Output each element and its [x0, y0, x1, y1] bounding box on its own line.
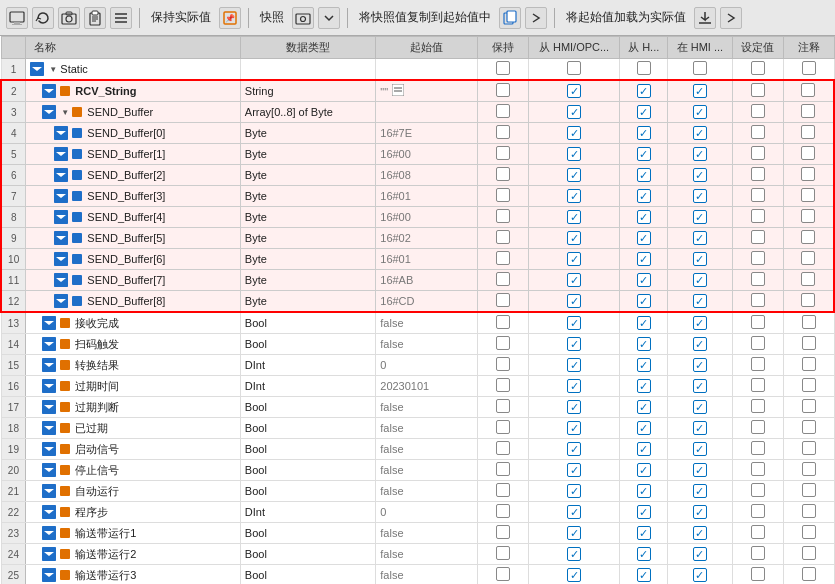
row-hold-checkbox[interactable]: [496, 188, 510, 202]
row-hmi2-cell[interactable]: [620, 59, 668, 81]
row-hmi1-cell[interactable]: [528, 418, 620, 439]
row-hmi1-checkbox[interactable]: [567, 231, 581, 245]
row-hmi2-checkbox[interactable]: [637, 61, 651, 75]
row-note-checkbox[interactable]: [802, 357, 816, 371]
row-hmi3-cell[interactable]: [668, 123, 733, 144]
row-set-cell[interactable]: [732, 165, 783, 186]
row-note-checkbox[interactable]: [801, 293, 815, 307]
row-note-checkbox[interactable]: [802, 378, 816, 392]
row-set-cell[interactable]: [732, 270, 783, 291]
row-hmi2-checkbox[interactable]: [637, 484, 651, 498]
row-hmi2-cell[interactable]: [620, 102, 668, 123]
load-btn2[interactable]: [720, 7, 742, 29]
row-hold-checkbox[interactable]: [496, 504, 510, 518]
copy-to-start-btn2[interactable]: [525, 7, 547, 29]
load-btn1[interactable]: [694, 7, 716, 29]
row-hold-checkbox[interactable]: [496, 420, 510, 434]
row-note-checkbox[interactable]: [802, 525, 816, 539]
row-hmi1-checkbox[interactable]: [567, 126, 581, 140]
row-hold-checkbox[interactable]: [496, 546, 510, 560]
row-hmi3-checkbox[interactable]: [693, 168, 707, 182]
row-hold-cell[interactable]: [477, 397, 528, 418]
row-hold-cell[interactable]: [477, 59, 528, 81]
row-hmi1-cell[interactable]: [528, 228, 620, 249]
row-hmi2-cell[interactable]: [620, 565, 668, 585]
expand-arrow-icon[interactable]: ▼: [60, 108, 70, 117]
row-hold-checkbox[interactable]: [496, 567, 510, 581]
row-hmi2-checkbox[interactable]: [637, 84, 651, 98]
row-set-checkbox[interactable]: [751, 420, 765, 434]
row-set-checkbox[interactable]: [751, 146, 765, 160]
row-set-cell[interactable]: [732, 565, 783, 585]
row-note-checkbox[interactable]: [802, 483, 816, 497]
row-hmi1-checkbox[interactable]: [567, 252, 581, 266]
row-hmi1-checkbox[interactable]: [567, 358, 581, 372]
row-hmi1-checkbox[interactable]: [567, 168, 581, 182]
row-note-checkbox[interactable]: [801, 104, 815, 118]
row-hold-checkbox[interactable]: [496, 483, 510, 497]
row-hmi3-checkbox[interactable]: [693, 547, 707, 561]
row-hmi2-cell[interactable]: [620, 502, 668, 523]
row-hmi1-cell[interactable]: [528, 460, 620, 481]
row-hmi2-checkbox[interactable]: [637, 316, 651, 330]
row-hmi1-checkbox[interactable]: [567, 316, 581, 330]
row-set-cell[interactable]: [732, 418, 783, 439]
row-set-checkbox[interactable]: [751, 441, 765, 455]
row-hmi1-checkbox[interactable]: [567, 337, 581, 351]
row-hmi2-checkbox[interactable]: [637, 505, 651, 519]
row-hold-cell[interactable]: [477, 102, 528, 123]
row-hmi2-cell[interactable]: [620, 186, 668, 207]
row-note-checkbox[interactable]: [802, 462, 816, 476]
row-set-checkbox[interactable]: [751, 546, 765, 560]
row-set-checkbox[interactable]: [751, 357, 765, 371]
row-set-cell[interactable]: [732, 249, 783, 270]
row-hmi1-cell[interactable]: [528, 376, 620, 397]
expand-arrow-icon[interactable]: ▼: [48, 65, 58, 74]
row-hold-checkbox[interactable]: [496, 336, 510, 350]
row-hmi1-checkbox[interactable]: [567, 147, 581, 161]
row-note-cell[interactable]: [783, 312, 834, 334]
row-set-cell[interactable]: [732, 376, 783, 397]
row-hmi2-checkbox[interactable]: [637, 252, 651, 266]
row-hold-checkbox[interactable]: [496, 525, 510, 539]
row-hmi3-cell[interactable]: [668, 186, 733, 207]
row-hmi3-cell[interactable]: [668, 376, 733, 397]
row-hmi2-checkbox[interactable]: [637, 421, 651, 435]
row-note-checkbox[interactable]: [802, 61, 816, 75]
row-hmi2-cell[interactable]: [620, 270, 668, 291]
row-hmi3-checkbox[interactable]: [693, 189, 707, 203]
row-note-checkbox[interactable]: [801, 146, 815, 160]
row-hmi1-cell[interactable]: [528, 481, 620, 502]
row-hmi3-cell[interactable]: [668, 270, 733, 291]
row-note-cell[interactable]: [783, 80, 834, 102]
row-hmi2-checkbox[interactable]: [637, 147, 651, 161]
row-hmi2-checkbox[interactable]: [637, 337, 651, 351]
row-note-checkbox[interactable]: [801, 125, 815, 139]
row-hmi2-checkbox[interactable]: [637, 273, 651, 287]
row-set-cell[interactable]: [732, 397, 783, 418]
row-hmi2-checkbox[interactable]: [637, 210, 651, 224]
row-hold-cell[interactable]: [477, 502, 528, 523]
row-hmi2-cell[interactable]: [620, 544, 668, 565]
row-hmi1-cell[interactable]: [528, 249, 620, 270]
list-btn[interactable]: [110, 7, 132, 29]
row-hmi2-checkbox[interactable]: [637, 442, 651, 456]
row-hold-checkbox[interactable]: [496, 315, 510, 329]
row-hmi2-checkbox[interactable]: [637, 105, 651, 119]
row-note-cell[interactable]: [783, 186, 834, 207]
row-set-checkbox[interactable]: [751, 125, 765, 139]
row-hmi3-cell[interactable]: [668, 59, 733, 81]
row-note-cell[interactable]: [783, 460, 834, 481]
row-hold-cell[interactable]: [477, 249, 528, 270]
row-hmi3-checkbox[interactable]: [693, 379, 707, 393]
row-note-cell[interactable]: [783, 523, 834, 544]
row-hmi3-cell[interactable]: [668, 460, 733, 481]
row-set-checkbox[interactable]: [751, 167, 765, 181]
row-hold-checkbox[interactable]: [496, 357, 510, 371]
row-note-cell[interactable]: [783, 144, 834, 165]
row-hold-cell[interactable]: [477, 291, 528, 313]
row-note-checkbox[interactable]: [801, 272, 815, 286]
edit-value-icon[interactable]: [392, 84, 404, 98]
row-hmi2-cell[interactable]: [620, 228, 668, 249]
row-hmi1-cell[interactable]: [528, 397, 620, 418]
